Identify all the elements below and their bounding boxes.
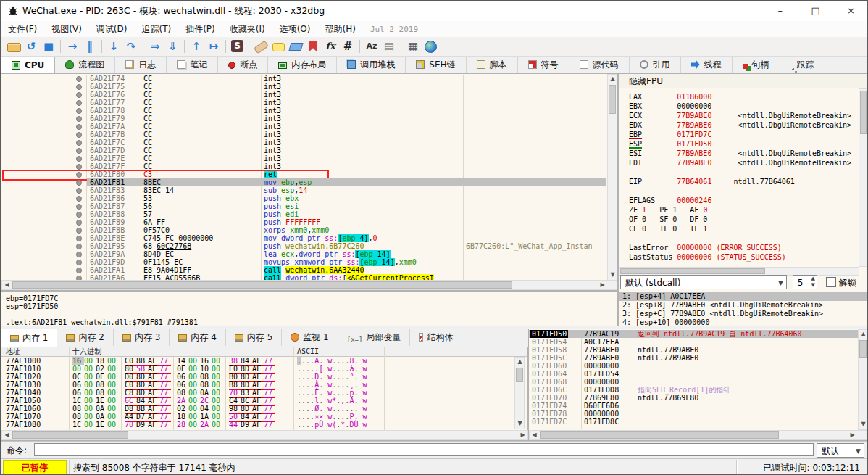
menu-item[interactable]: 视图(V) (44, 21, 89, 38)
dump-byte[interactable]: 2A (200, 421, 212, 429)
dump-byte[interactable]: 10 (200, 365, 212, 373)
breakpoint-bullet[interactable] (76, 244, 82, 249)
tab-memmap[interactable]: 内存布局 (268, 57, 337, 73)
menu-item[interactable]: 收藏夹(I) (222, 21, 272, 38)
stack-vscrollbar[interactable]: ▲ ▼ (858, 329, 868, 430)
dump-byte[interactable]: 00 (212, 389, 223, 397)
disasm-row[interactable]: 6AD21F7CCCint3 (1, 139, 606, 146)
breakpoint-bullet[interactable] (76, 132, 82, 138)
disasm-row[interactable]: 6AD21F80C3ret (1, 170, 606, 178)
dump-byte[interactable]: 77 (159, 405, 171, 413)
dump-byte[interactable]: 0A (200, 389, 212, 397)
dump-byte[interactable]: AF (148, 357, 159, 365)
dump-byte[interactable]: A4 (125, 413, 136, 421)
command-profile-select[interactable]: 默认▼ (817, 443, 864, 458)
dump-byte[interactable]: 06 (177, 381, 188, 389)
dump-byte[interactable]: AF (252, 373, 264, 381)
dump-byte[interactable]: 77 (159, 365, 171, 373)
dump-byte[interactable]: AF (252, 421, 264, 429)
register-row[interactable]: EDI 77B9ABE0 <ntdll.DbgUiRemoteBreakin> (629, 159, 851, 167)
scroll-up-arrow-icon[interactable]: ▲ (608, 75, 617, 84)
dump-byte[interactable]: 00 (84, 373, 96, 381)
breakpoint-bullet[interactable] (76, 204, 82, 210)
tab-handles[interactable]: 句柄 (733, 57, 780, 73)
disasm-row[interactable]: 6AD21F7ECCint3 (1, 154, 606, 162)
dump-byte[interactable]: 77 (159, 389, 171, 397)
scroll-down-arrow-icon[interactable]: ▼ (859, 420, 868, 429)
scroll-down-arrow-icon[interactable]: ▼ (515, 419, 525, 429)
disasm-row[interactable]: 6AD21F8857push edi (1, 210, 606, 218)
scroll-right-arrow-icon[interactable]: ▶ (518, 431, 527, 440)
tab-dump1[interactable]: 内存 1 (1, 329, 57, 347)
stack-row[interactable]: 0171FD7800000000 (529, 410, 859, 418)
tab-graph[interactable]: 流程图 (55, 57, 115, 73)
menu-item[interactable]: 选项(O) (272, 21, 318, 38)
dump-byte[interactable]: AF (148, 405, 159, 413)
dump-row[interactable]: 77AF10501C001E006C84AF772A002C00C48CAF77… (1, 397, 513, 405)
dump-byte[interactable]: 00 (84, 365, 96, 373)
scroll-left-arrow-icon[interactable]: ◀ (530, 431, 539, 440)
dump-byte[interactable]: 00 (84, 397, 96, 405)
dump-byte[interactable]: 77 (159, 373, 171, 381)
disasm-row[interactable]: 6AD21F8EC745 FC 00000000mov dword ptr ss… (1, 234, 606, 242)
trace-record-icon[interactable]: S (231, 40, 243, 52)
dump-byte[interactable]: D0 (125, 373, 136, 381)
dump-byte[interactable]: 00 (72, 365, 84, 373)
dump-byte[interactable]: 00 (84, 357, 96, 365)
menu-item[interactable]: 帮助(H) (317, 21, 362, 38)
dump-byte[interactable]: 00 (212, 373, 223, 381)
tab-locals[interactable]: [x=]局部变量 (338, 329, 411, 346)
dump-byte[interactable]: B0 (229, 373, 241, 381)
hide-fpu-button[interactable]: 隐藏FPU (619, 74, 868, 88)
dump-byte[interactable]: 77 (264, 421, 275, 429)
menu-item[interactable]: 文件(F) (1, 21, 44, 38)
dump-byte[interactable]: 77 (159, 421, 171, 429)
dump-byte[interactable]: AF (252, 397, 264, 405)
scroll-left-arrow-icon[interactable]: ◀ (2, 281, 12, 290)
dump-byte[interactable]: 00 (188, 357, 200, 365)
dump-vscrollbar[interactable]: ▲ ▼ (514, 357, 525, 429)
register-row[interactable]: LastStatus 00000000 (STATUS_SUCCESS) (629, 253, 786, 261)
dump-byte[interactable]: 8D (241, 405, 252, 413)
dump-byte[interactable]: 84 (241, 357, 252, 365)
dump-row[interactable]: 77AF104006000800C88DAF7708000A007083AF77… (1, 389, 513, 397)
dump-byte[interactable]: 77 (159, 413, 171, 421)
unlock-checkbox[interactable] (826, 277, 836, 287)
dump-byte[interactable]: 08 (200, 373, 212, 381)
dump-byte[interactable]: 6C (125, 397, 136, 405)
register-row[interactable]: ESI 77B9ABE0 <ntdll.DbgUiRemoteBreakin> (629, 149, 851, 157)
register-row[interactable]: EFLAGS 00000246 (629, 197, 711, 205)
dump-byte[interactable]: 77 (264, 365, 275, 373)
dump-byte[interactable]: 0E (177, 365, 188, 373)
register-row[interactable]: OF 0 SF 0 DF 0 (629, 215, 707, 223)
stack-row[interactable]: 0171FD7077B69F80ntdll.77B69F80 (529, 394, 859, 402)
restart-icon[interactable]: ↺ (22, 37, 40, 56)
dump-byte[interactable]: 77 (159, 381, 171, 389)
dump-byte[interactable]: 16 (72, 357, 84, 365)
tab-cpu[interactable]: CPU (1, 57, 55, 74)
tab-struct[interactable]: 结构体 (410, 329, 462, 346)
breakpoint-bullet[interactable] (76, 108, 82, 114)
dump-byte[interactable]: AF (252, 405, 264, 413)
dump-byte[interactable]: C0 (125, 381, 136, 389)
argument-row[interactable]: 3: [esp+C] 77B9ABE0 <ntdll.DbgUiRemoteBr… (619, 310, 868, 318)
tab-seh[interactable]: SEH链 (406, 57, 466, 73)
breakpoint-bullet[interactable] (76, 140, 82, 146)
dump-byte[interactable]: 70 (125, 421, 136, 429)
tab-trace[interactable]: 跟踪 (780, 57, 825, 73)
dump-byte[interactable]: 77 (264, 405, 275, 413)
breakpoint-bullet[interactable] (76, 100, 82, 106)
tab-callstack[interactable]: 调用堆栈 (337, 57, 406, 73)
dump-byte[interactable]: 8D (136, 389, 148, 397)
dump-byte[interactable]: 04 (200, 405, 212, 413)
dump-byte[interactable]: 00 (107, 365, 119, 373)
step-over-icon[interactable]: ↷ (122, 37, 140, 56)
dump-byte[interactable]: D9 (136, 421, 148, 429)
breakpoint-bullet[interactable] (76, 196, 82, 202)
dump-byte[interactable]: AF (252, 413, 264, 421)
calculator-icon[interactable]: ▦ (404, 37, 422, 56)
maximize-button[interactable]: □ (799, 1, 832, 21)
dump-byte[interactable]: 08 (200, 381, 212, 389)
dump-byte[interactable]: 00 (84, 405, 96, 413)
dump-byte[interactable]: 38 (229, 357, 241, 365)
